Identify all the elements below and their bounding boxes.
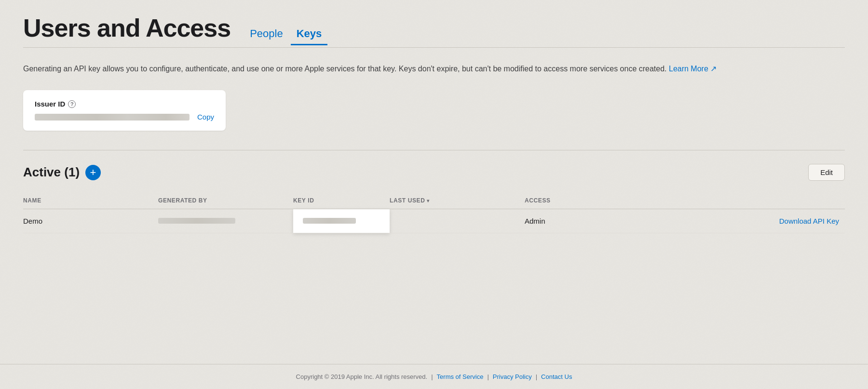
header-divider [23, 47, 845, 48]
sort-arrow-icon: ▾ [427, 198, 430, 203]
footer-divider-1: | [431, 373, 433, 380]
tab-keys[interactable]: Keys [291, 25, 328, 45]
help-icon[interactable]: ? [68, 100, 76, 108]
description-text: Generating an API key allows you to conf… [23, 63, 795, 75]
tab-people[interactable]: People [244, 25, 289, 45]
footer-contact-link[interactable]: Contact Us [541, 373, 572, 380]
generated-by-masked [158, 218, 235, 224]
header-key-id: KEY ID [293, 192, 390, 209]
active-title: Active (1) [23, 165, 80, 180]
add-key-button[interactable]: + [85, 165, 101, 180]
footer-divider-2: | [487, 373, 488, 380]
row-access: Admin [525, 209, 621, 233]
key-id-masked [303, 218, 356, 224]
footer-divider-3: | [536, 373, 537, 380]
page-title: Users and Access [23, 15, 231, 45]
section-divider [23, 150, 845, 150]
row-actions: Download API Key [621, 209, 845, 233]
active-section-header: Active (1) + Edit [23, 164, 845, 181]
header-name: NAME [23, 192, 158, 209]
issuer-id-value [35, 114, 190, 121]
issuer-id-box: Issuer ID ? Copy [23, 90, 226, 131]
edit-button[interactable]: Edit [808, 164, 845, 181]
keys-table: NAME GENERATED BY KEY ID LAST USED ▾ ACC… [23, 192, 845, 233]
page-header: Users and Access People Keys [23, 15, 845, 45]
tab-nav: People Keys [244, 25, 327, 45]
table-row: Demo Admin Download API Key [23, 209, 845, 233]
header-actions [621, 192, 845, 209]
row-generated-by [158, 209, 293, 233]
header-access: ACCESS [525, 192, 621, 209]
footer-copyright: Copyright © 2019 Apple Inc. All rights r… [296, 373, 428, 380]
row-name: Demo [23, 209, 158, 233]
footer-terms-link[interactable]: Terms of Service [437, 373, 484, 380]
download-api-key-link[interactable]: Download API Key [779, 217, 839, 225]
header-last-used[interactable]: LAST USED ▾ [390, 192, 525, 209]
issuer-id-label: Issuer ID [35, 100, 65, 108]
copy-button[interactable]: Copy [197, 113, 214, 121]
footer-privacy-link[interactable]: Privacy Policy [493, 373, 532, 380]
row-last-used [390, 209, 525, 233]
row-key-id [293, 209, 390, 233]
table-header-row: NAME GENERATED BY KEY ID LAST USED ▾ ACC… [23, 192, 845, 209]
footer: Copyright © 2019 Apple Inc. All rights r… [0, 364, 868, 389]
header-generated-by: GENERATED BY [158, 192, 293, 209]
learn-more-link[interactable]: Learn More ↗ [669, 65, 717, 73]
